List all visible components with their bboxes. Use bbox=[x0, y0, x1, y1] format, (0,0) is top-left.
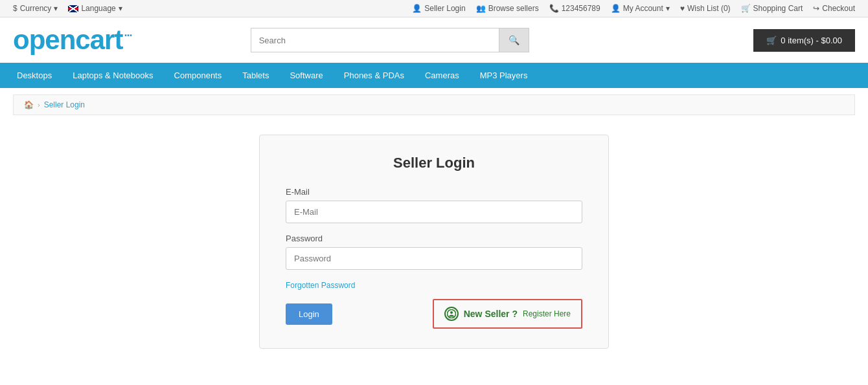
checkout-label: Checkout bbox=[822, 4, 855, 13]
search-input[interactable] bbox=[251, 28, 499, 52]
language-dropdown-arrow: ▾ bbox=[119, 4, 122, 13]
currency-dropdown-arrow: ▾ bbox=[54, 4, 58, 13]
form-actions: Login New Seller ? Register Here bbox=[286, 299, 582, 329]
seller-login-label: Seller Login bbox=[424, 4, 465, 13]
wish-list-label: Wish List (0) bbox=[687, 4, 731, 13]
breadcrumb-home[interactable]: 🏠 bbox=[24, 100, 34, 109]
top-bar: $ Currency ▾ Language ▾ 👤 Seller Login 👥… bbox=[0, 0, 868, 17]
checkout-link[interactable]: ↪ Checkout bbox=[813, 4, 855, 13]
nav-item-software[interactable]: Software bbox=[279, 63, 333, 88]
phone-icon: 📞 bbox=[549, 4, 559, 13]
nav-item-cameras[interactable]: Cameras bbox=[415, 63, 470, 88]
cart-button[interactable]: 🛒 0 item(s) - $0.00 bbox=[753, 29, 855, 52]
heart-icon: ♥ bbox=[680, 4, 685, 13]
email-input[interactable] bbox=[286, 201, 582, 223]
nav-item-laptops[interactable]: Laptops & Notebooks bbox=[62, 63, 163, 88]
new-seller-box: New Seller ? Register Here bbox=[433, 299, 582, 329]
new-seller-icon bbox=[444, 307, 459, 321]
nav-list: Desktops Laptops & Notebooks Components … bbox=[6, 63, 862, 88]
nav-item-desktops[interactable]: Desktops bbox=[6, 63, 62, 88]
email-label: E-Mail bbox=[286, 187, 582, 197]
nav-item-mp3[interactable]: MP3 Players bbox=[470, 63, 538, 88]
seller-login-link[interactable]: 👤 Seller Login bbox=[412, 4, 465, 13]
cart-button-icon: 🛒 bbox=[766, 36, 777, 45]
breadcrumb-current: Seller Login bbox=[44, 100, 85, 109]
password-input[interactable] bbox=[286, 247, 582, 270]
header: opencart··· 🔍 🛒 0 item(s) - $0.00 bbox=[0, 17, 868, 63]
email-group: E-Mail bbox=[286, 187, 582, 223]
my-account-label: My Account bbox=[623, 4, 663, 13]
navbar: Desktops Laptops & Notebooks Components … bbox=[0, 63, 868, 88]
nav-item-components[interactable]: Components bbox=[164, 63, 233, 88]
checkout-icon: ↪ bbox=[813, 4, 819, 13]
my-account-link[interactable]: 👤 My Account ▾ bbox=[611, 4, 670, 13]
login-button[interactable]: Login bbox=[286, 303, 332, 325]
search-button[interactable]: 🔍 bbox=[499, 28, 529, 52]
password-group: Password bbox=[286, 234, 582, 270]
dollar-icon: $ bbox=[13, 4, 17, 13]
password-label: Password bbox=[286, 234, 582, 243]
currency-label: Currency bbox=[20, 4, 52, 13]
logo[interactable]: opencart··· bbox=[13, 27, 131, 54]
breadcrumb: 🏠 › Seller Login bbox=[13, 94, 855, 115]
top-bar-right: 👤 Seller Login 👥 Browse sellers 📞 123456… bbox=[412, 4, 855, 13]
logo-text: opencart··· bbox=[13, 25, 131, 55]
search-area: 🔍 bbox=[251, 28, 529, 52]
shopping-cart-link[interactable]: 🛒 Shopping Cart bbox=[741, 4, 803, 13]
language-selector[interactable]: Language ▾ bbox=[68, 4, 122, 13]
person-circle-icon bbox=[447, 309, 456, 318]
login-box: Seller Login E-Mail Password Forgotten P… bbox=[259, 135, 609, 349]
breadcrumb-separator: › bbox=[38, 101, 40, 109]
svg-point-1 bbox=[450, 311, 453, 314]
shopping-cart-label: Shopping Cart bbox=[753, 4, 803, 13]
person-icon: 👤 bbox=[412, 4, 422, 13]
browse-sellers-label: Browse sellers bbox=[488, 4, 539, 13]
login-title: Seller Login bbox=[286, 155, 582, 171]
nav-item-tablets[interactable]: Tablets bbox=[232, 63, 279, 88]
wish-list-link[interactable]: ♥ Wish List (0) bbox=[680, 4, 731, 13]
register-here-link[interactable]: Register Here bbox=[523, 309, 571, 318]
account-icon: 👤 bbox=[611, 4, 621, 13]
main-content: Seller Login E-Mail Password Forgotten P… bbox=[0, 122, 868, 362]
sellers-icon: 👥 bbox=[476, 4, 486, 13]
nav-item-phones[interactable]: Phones & PDAs bbox=[334, 63, 415, 88]
browse-sellers-link[interactable]: 👥 Browse sellers bbox=[476, 4, 539, 13]
language-label: Language bbox=[81, 4, 115, 13]
account-dropdown-arrow: ▾ bbox=[666, 4, 670, 13]
cart-button-label: 0 item(s) - $0.00 bbox=[781, 36, 842, 45]
flag-icon bbox=[68, 5, 78, 12]
phone-number: 123456789 bbox=[562, 4, 600, 13]
cart-icon: 🛒 bbox=[741, 4, 751, 13]
new-seller-text: New Seller ? bbox=[464, 309, 518, 319]
forgotten-password-link[interactable]: Forgotten Password bbox=[286, 281, 355, 290]
currency-selector[interactable]: $ Currency ▾ bbox=[13, 4, 58, 13]
phone-link[interactable]: 📞 123456789 bbox=[549, 4, 600, 13]
top-bar-left: $ Currency ▾ Language ▾ bbox=[13, 4, 122, 13]
